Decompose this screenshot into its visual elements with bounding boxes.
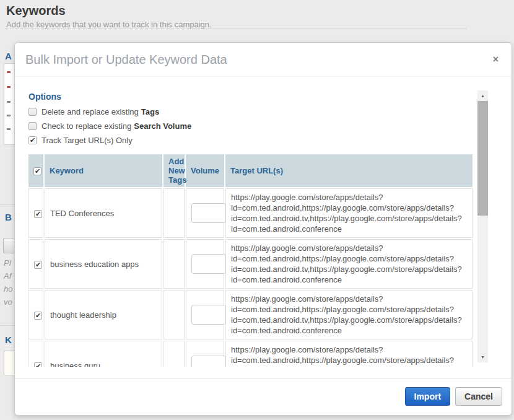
textarea-text-fragment (7, 115, 11, 116)
scroll-down-arrow-icon[interactable]: ▼ (477, 352, 488, 362)
keyword-cell: business guru (45, 341, 162, 367)
help-line: Pl (4, 256, 12, 269)
close-icon[interactable]: × (493, 55, 499, 64)
checkbox-unchecked[interactable] (28, 108, 37, 116)
tags-cell (163, 290, 185, 339)
textarea-text-fragment (7, 101, 11, 103)
row-checkbox[interactable]: ✔ (34, 312, 42, 320)
scrollbar[interactable]: ▲ ▼ (477, 90, 488, 362)
section-divider (5, 28, 466, 29)
table-row: ✔ business education apps https://play.g… (28, 239, 473, 289)
keyword-cell: business education apps (45, 239, 162, 289)
header-keyword: Keyword (45, 154, 162, 187)
volume-input[interactable] (191, 356, 226, 367)
section-divider (0, 325, 14, 326)
tags-cell (163, 188, 185, 238)
row-select-cell: ✔ (28, 290, 43, 339)
option-delete-replace-tags[interactable]: Delete and replace existing Tags (28, 107, 476, 116)
cancel-button[interactable]: Cancel (455, 387, 502, 406)
table-row: ✔ thought leadership https://play.google… (28, 290, 473, 339)
option-replace-search-volume[interactable]: Check to replace existing Search Volume (28, 121, 476, 130)
checkmark-icon: ✔ (35, 363, 41, 367)
volume-cell (186, 239, 224, 289)
row-select-cell: ✔ (28, 239, 43, 289)
row-checkbox[interactable]: ✔ (34, 261, 42, 269)
select-all-header-cell: ✔ (28, 154, 43, 187)
volume-input[interactable] (191, 305, 226, 325)
modal-title: Bulk Import or Update Keyword Data (25, 53, 227, 67)
row-select-cell: ✔ (28, 341, 43, 367)
modal-body-scroll-area: Options Delete and replace existing Tags… (27, 90, 488, 367)
checkbox-checked[interactable]: ✔ (28, 136, 37, 144)
help-line: ho (4, 282, 12, 295)
option-label: Track Target URL(s) Only (41, 136, 133, 145)
header-volume: Volume (186, 154, 224, 187)
help-line: Af (4, 269, 12, 282)
volume-input[interactable] (191, 203, 226, 223)
section-divider (0, 204, 14, 205)
option-label-bold: Search Volume (134, 121, 191, 131)
scrollbar-thumb[interactable] (477, 101, 488, 216)
background-button-fragment[interactable] (3, 238, 15, 253)
background-section-heading-b: B (5, 212, 12, 222)
table-header-row: ✔ Keyword Add New Tags Volume Target URL… (28, 154, 473, 187)
checkmark-icon: ✔ (30, 137, 35, 144)
row-checkbox[interactable]: ✔ (34, 362, 42, 367)
header-target-urls: Target URL(s) (225, 154, 473, 187)
keyword-cell: thought leadership (45, 290, 162, 339)
checkmark-icon: ✔ (35, 168, 40, 175)
keyword-cell: TED Conferences (45, 188, 162, 238)
target-urls-cell: https://play.google.com/store/apps/detai… (225, 188, 473, 238)
option-label: Check to replace existing (41, 121, 131, 131)
background-help-text: Pl Af ho vo (4, 256, 12, 308)
textarea-text-fragment (7, 71, 11, 73)
option-label: Delete and replace existing (41, 107, 139, 116)
help-line: vo (4, 295, 12, 308)
tags-cell (163, 341, 185, 367)
textarea-text-fragment (7, 86, 11, 88)
volume-cell (186, 188, 224, 238)
checkmark-icon: ✔ (35, 312, 41, 319)
tags-cell (163, 239, 185, 289)
option-label-bold: Tags (141, 107, 159, 116)
background-section-heading-a: A (5, 51, 12, 61)
row-checkbox[interactable]: ✔ (34, 210, 42, 218)
target-urls-cell: https://play.google.com/store/apps/detai… (225, 239, 473, 289)
table-row: ✔ business guru https://play.google.com/… (28, 341, 473, 367)
row-select-cell: ✔ (28, 188, 43, 238)
checkbox-unchecked[interactable] (28, 122, 37, 130)
textarea-text-fragment (7, 128, 11, 130)
select-all-checkbox[interactable]: ✔ (33, 167, 41, 175)
background-section-heading-k: K (5, 335, 12, 345)
checkmark-icon: ✔ (35, 211, 41, 217)
modal-header: Bulk Import or Update Keyword Data × (15, 43, 512, 77)
bulk-import-modal: Bulk Import or Update Keyword Data × Opt… (14, 42, 512, 416)
option-track-target-urls-only[interactable]: ✔ Track Target URL(s) Only (28, 136, 476, 144)
keyword-table: ✔ Keyword Add New Tags Volume Target URL… (27, 153, 474, 367)
target-urls-cell: https://play.google.com/store/apps/detai… (225, 341, 473, 367)
import-button[interactable]: Import (405, 387, 451, 406)
header-add-new-tags: Add New Tags (163, 154, 185, 187)
modal-footer: Import Cancel (15, 378, 512, 415)
table-row: ✔ TED Conferences https://play.google.co… (28, 188, 473, 238)
scroll-up-arrow-icon[interactable]: ▲ (477, 90, 488, 101)
checkmark-icon: ✔ (35, 261, 41, 268)
volume-input[interactable] (191, 254, 226, 274)
page-subtitle: Add the keywords that you want to track … (6, 20, 212, 29)
volume-cell (186, 341, 224, 367)
options-heading: Options (28, 92, 476, 102)
volume-cell (186, 290, 224, 339)
page-title: Keywords (6, 4, 66, 18)
target-urls-cell: https://play.google.com/store/apps/detai… (225, 290, 473, 339)
